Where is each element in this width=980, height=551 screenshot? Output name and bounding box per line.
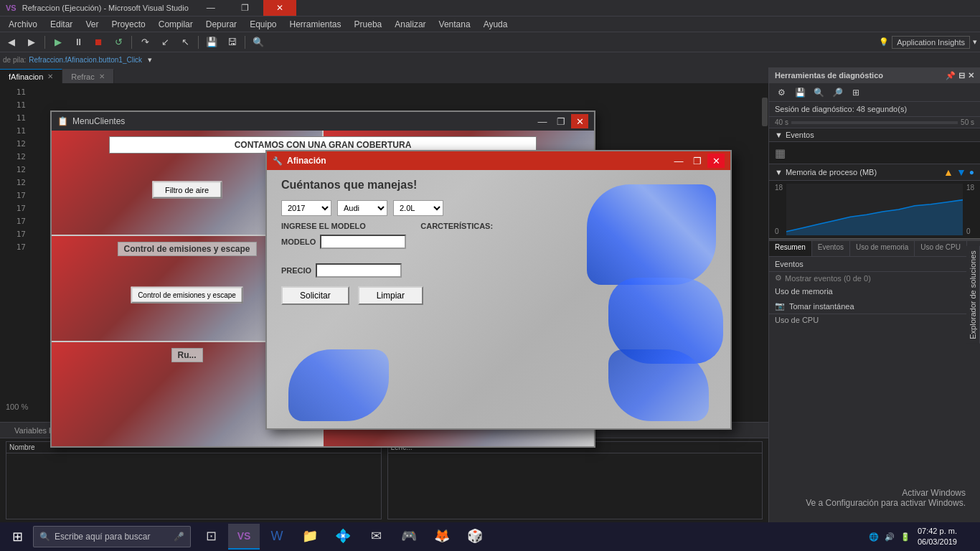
afinacion-restore[interactable]: ❐	[689, 154, 706, 168]
diag-tab-eventos[interactable]: Eventos	[812, 241, 850, 256]
menu-depurar[interactable]: Depurar	[200, 18, 242, 31]
diag-tab-resumen[interactable]: Resumen	[769, 241, 812, 256]
toolbar-separator-2	[131, 36, 132, 49]
menu-herramientas[interactable]: Herramientas	[284, 18, 347, 31]
step-out-button[interactable]: ↖	[176, 34, 194, 50]
diag-tab-memoria[interactable]: Uso de memoria	[850, 241, 915, 256]
application-insights-label[interactable]: Application Insights	[892, 36, 970, 49]
menu-ayuda[interactable]: Ayuda	[478, 18, 514, 31]
application-insights-dropdown[interactable]: ▾	[973, 37, 977, 47]
diag-zoom-out-button[interactable]: 🔎	[829, 85, 845, 100]
step-into-button[interactable]: ↙	[156, 34, 174, 50]
filtro-aire-button[interactable]: Filtro de aire	[152, 181, 222, 198]
diag-events-label[interactable]: Mostrar eventos (0 de 0)	[785, 274, 871, 283]
y-min: 0	[775, 227, 783, 235]
diag-pin-button[interactable]: 📌	[946, 71, 956, 80]
clock-date: 06/03/2019	[918, 537, 957, 547]
taskbar-clock[interactable]: 07:42 p. m. 06/03/2019	[918, 526, 957, 548]
diag-save-button[interactable]: 💾	[792, 85, 808, 100]
brand-select[interactable]: Audi	[337, 200, 387, 216]
menu-compilar[interactable]: Compilar	[153, 18, 199, 31]
explorer-taskbar-button[interactable]: 📁	[294, 524, 326, 550]
afinacion-close[interactable]: ✕	[707, 154, 725, 168]
afinacion-minimize[interactable]: —	[670, 154, 687, 168]
memory-section-header[interactable]: ▼ Memoria de proceso (MB) ▲ ▼ ●	[769, 164, 980, 181]
year-select[interactable]: 2017	[281, 200, 331, 216]
tab-fafinacion-label: fAfinacion	[9, 72, 43, 81]
precio-input[interactable]	[316, 263, 402, 278]
tab-refrac[interactable]: Refrac ✕	[62, 69, 113, 83]
diag-toolbar: ⚙ 💾 🔍 🔎 ⊞	[769, 83, 980, 102]
minimize-button[interactable]: —	[194, 0, 227, 16]
tab-fafinacion[interactable]: fAfinacion ✕	[0, 69, 62, 83]
menu-equipo[interactable]: Equipo	[244, 18, 282, 31]
firefox-taskbar-button[interactable]: 🦊	[426, 524, 458, 550]
color-taskbar-button[interactable]: 🎲	[459, 524, 491, 550]
restart-button[interactable]: ↺	[110, 34, 127, 50]
tab-refrac-close[interactable]: ✕	[99, 72, 105, 80]
pause-button[interactable]: ⏸	[70, 34, 87, 50]
blend-taskbar-button[interactable]: 💠	[327, 524, 359, 550]
diag-fit-button[interactable]: ⊞	[848, 85, 864, 100]
modelo-input[interactable]	[320, 235, 406, 249]
diag-tab-cpu[interactable]: Uso de CPU	[915, 241, 967, 256]
diag-events-section-label: Eventos	[775, 260, 804, 268]
diag-events-section: Eventos	[769, 257, 980, 272]
menu-ver[interactable]: Ver	[80, 18, 104, 31]
back-button[interactable]: ◀	[3, 34, 20, 50]
solicitar-button[interactable]: Solicitar	[281, 286, 349, 305]
ingrese-modelo-label: INGRESE EL MODELO	[281, 222, 406, 230]
explorer-tab[interactable]: Explorador de soluciones	[966, 246, 980, 344]
menu-editar[interactable]: Editar	[44, 18, 78, 31]
step-over-button[interactable]: ↷	[136, 34, 154, 50]
mail-taskbar-button[interactable]: ✉	[360, 524, 392, 550]
menu-archivo[interactable]: Archivo	[3, 18, 43, 31]
menu-analizar[interactable]: Analizar	[389, 18, 431, 31]
word-taskbar-button[interactable]: W	[261, 524, 293, 550]
save-all-button[interactable]: 🖫	[223, 34, 240, 50]
close-button[interactable]: ✕	[263, 0, 296, 16]
y-right-min: 0	[966, 227, 974, 235]
start-button[interactable]: ⊞	[3, 524, 32, 550]
taskview-button[interactable]: ⊡	[195, 524, 227, 550]
events-section-header[interactable]: ▼ Eventos	[769, 128, 980, 142]
zoom-level[interactable]: 100 %	[6, 402, 28, 411]
events-collapse-icon: ▼	[775, 131, 783, 139]
taskbar-search[interactable]: 🔍 Escribe aquí para buscar 🎤	[33, 526, 191, 547]
menu-clientes-close[interactable]: ✕	[571, 114, 588, 128]
search-button[interactable]: 🔍	[250, 34, 267, 50]
engine-select[interactable]: 2.0L	[393, 200, 443, 216]
network-icon: 🌐	[869, 532, 879, 542]
memory-collapse-icon: ▼	[775, 168, 783, 176]
call-stack-expand[interactable]: ▾	[148, 55, 152, 65]
game-taskbar-button[interactable]: 🎮	[393, 524, 425, 550]
diag-float-button[interactable]: ⊟	[958, 71, 965, 80]
scrollbar-thumb[interactable]	[762, 98, 768, 126]
restore-button[interactable]: ❐	[229, 0, 262, 16]
chart-y-right: 18 0	[966, 184, 974, 235]
forward-button[interactable]: ▶	[23, 34, 40, 50]
modelo-label: MODELO	[281, 237, 316, 246]
show-desktop-button[interactable]	[958, 524, 977, 550]
stop-button[interactable]: ⏹	[90, 34, 107, 50]
tab-fafinacion-close[interactable]: ✕	[47, 72, 53, 80]
menu-clientes-restore[interactable]: ❐	[552, 114, 570, 128]
save-button[interactable]: 💾	[203, 34, 220, 50]
limpiar-button[interactable]: Limpiar	[358, 286, 423, 305]
diag-settings-button[interactable]: ⚙	[773, 85, 789, 100]
diag-zoom-in-button[interactable]: 🔍	[811, 85, 826, 100]
menu-prueba[interactable]: Prueba	[349, 18, 388, 31]
blend-icon: 💠	[335, 528, 351, 544]
diag-mem-section: Uso de memoria	[769, 284, 980, 298]
vs-taskbar-button[interactable]: VS	[228, 524, 260, 550]
editor-tabs: fAfinacion ✕ Refrac ✕	[0, 67, 768, 83]
menu-ventana[interactable]: Ventana	[433, 18, 476, 31]
menu-clientes-minimize[interactable]: —	[534, 114, 551, 128]
take-snapshot-button[interactable]: 📷 Tomar instantánea	[769, 298, 980, 314]
call-stack-label: de pila:	[3, 56, 26, 64]
emisiones-button[interactable]: Control de emisiones y escape	[131, 287, 243, 303]
run-button[interactable]: ▶	[50, 34, 67, 50]
menu-proyecto[interactable]: Proyecto	[105, 18, 151, 31]
diag-close-button[interactable]: ✕	[968, 71, 974, 80]
afinacion-icon: 🔧	[273, 156, 283, 166]
